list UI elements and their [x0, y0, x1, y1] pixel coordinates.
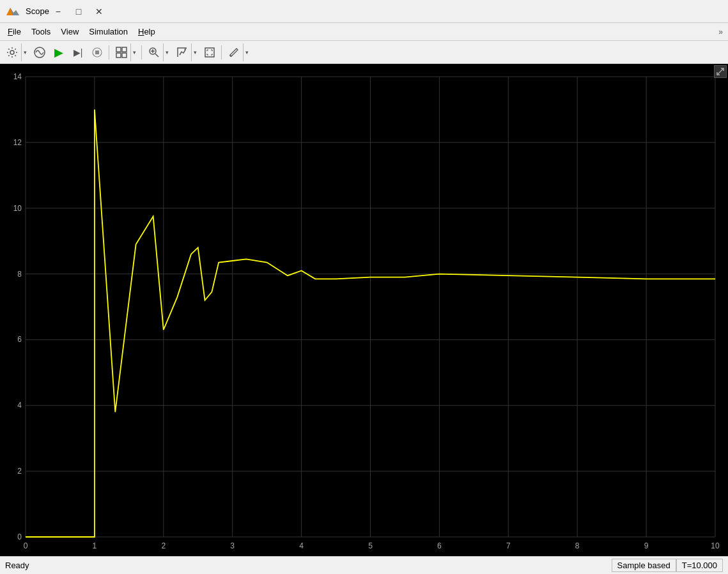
svg-text:10: 10: [711, 541, 720, 550]
zoom-group: ▾: [144, 43, 171, 62]
run-button[interactable]: ▶: [50, 43, 68, 61]
expand-plot-button[interactable]: [714, 65, 727, 78]
svg-text:12: 12: [13, 138, 22, 147]
edit-icon: [228, 47, 240, 58]
svg-text:4: 4: [17, 401, 22, 410]
axes-scale-icon: [176, 47, 188, 58]
svg-text:3: 3: [230, 541, 235, 550]
plot-wrapper: 02468101214012345678910: [0, 64, 728, 556]
svg-text:1: 1: [93, 541, 97, 550]
expand-arrow: »: [718, 27, 725, 36]
scope-params-button[interactable]: [31, 43, 49, 61]
layout-group: ▾: [112, 43, 139, 62]
svg-rect-15: [205, 48, 214, 57]
menu-tools[interactable]: Tools: [26, 23, 56, 40]
matlab-logo: [5, 4, 20, 19]
settings-icon: [6, 47, 18, 58]
svg-text:8: 8: [17, 270, 22, 279]
svg-text:14: 14: [13, 72, 22, 81]
titlebar: Scope − □ ✕: [0, 0, 728, 23]
svg-rect-6: [116, 47, 121, 52]
axes-scale-button[interactable]: [173, 43, 191, 61]
svg-text:2: 2: [17, 467, 22, 476]
layout-dropdown[interactable]: ▾: [130, 43, 138, 61]
svg-point-2: [10, 50, 14, 54]
axes-scale-group: ▾: [173, 43, 199, 62]
window-title: Scope: [26, 6, 49, 16]
status-text: Ready: [5, 561, 612, 570]
separator-3: [221, 45, 222, 59]
svg-text:7: 7: [506, 541, 511, 550]
menu-file[interactable]: File: [3, 23, 26, 40]
svg-text:0: 0: [24, 541, 28, 550]
minimize-button[interactable]: −: [49, 4, 67, 19]
edit-group: ▾: [224, 43, 251, 62]
maximize-button[interactable]: □: [70, 4, 88, 19]
svg-text:5: 5: [368, 541, 373, 550]
window-controls: − □ ✕: [49, 4, 108, 19]
svg-rect-9: [122, 53, 127, 58]
separator-1: [109, 45, 109, 59]
edit-dropdown[interactable]: ▾: [243, 43, 251, 61]
svg-rect-28: [0, 64, 728, 556]
settings-dropdown[interactable]: ▾: [21, 43, 29, 61]
expand-icon: [716, 67, 725, 76]
zoom-dropdown[interactable]: ▾: [163, 43, 171, 61]
svg-text:10: 10: [13, 204, 22, 213]
svg-text:0: 0: [17, 532, 22, 541]
svg-text:8: 8: [575, 541, 580, 550]
statusbar: Ready Sample based T=10.000: [0, 556, 728, 574]
svg-text:6: 6: [17, 335, 22, 344]
svg-text:2: 2: [161, 541, 166, 550]
axes-scale-dropdown[interactable]: ▾: [191, 43, 199, 61]
svg-text:9: 9: [644, 541, 649, 550]
scope-params-icon: [33, 46, 46, 59]
time-badge: T=10.000: [676, 559, 723, 572]
layout-icon: [116, 47, 127, 58]
settings-group: ▾: [3, 43, 29, 62]
status-right: Sample based T=10.000: [612, 559, 723, 572]
svg-line-11: [155, 54, 159, 57]
layout-button[interactable]: [112, 43, 130, 61]
stop-button[interactable]: [88, 43, 106, 61]
menu-simulation[interactable]: Simulation: [84, 23, 133, 40]
plot-area[interactable]: 02468101214012345678910: [0, 64, 728, 556]
sample-based-badge: Sample based: [612, 559, 676, 572]
zoom-fit-button[interactable]: [201, 43, 219, 61]
plot-svg: 02468101214012345678910: [0, 64, 728, 556]
zoom-icon: [148, 47, 160, 58]
menu-help[interactable]: Help: [133, 23, 160, 40]
menubar: File Tools View Simulation Help »: [0, 23, 728, 41]
edit-button[interactable]: [225, 43, 243, 61]
separator-2: [141, 45, 142, 59]
menu-view[interactable]: View: [56, 23, 84, 40]
svg-text:6: 6: [437, 541, 442, 550]
step-button[interactable]: ▶|: [69, 43, 87, 61]
close-button[interactable]: ✕: [90, 4, 108, 19]
zoom-fit-icon: [204, 47, 215, 58]
settings-button[interactable]: [3, 43, 21, 61]
svg-rect-7: [122, 47, 127, 52]
svg-rect-8: [116, 53, 121, 58]
stop-icon: [92, 47, 102, 58]
svg-text:4: 4: [299, 541, 304, 550]
svg-rect-5: [95, 50, 99, 54]
zoom-button[interactable]: [145, 43, 163, 61]
toolbar: ▾ ▶ ▶| ▾: [0, 41, 728, 64]
